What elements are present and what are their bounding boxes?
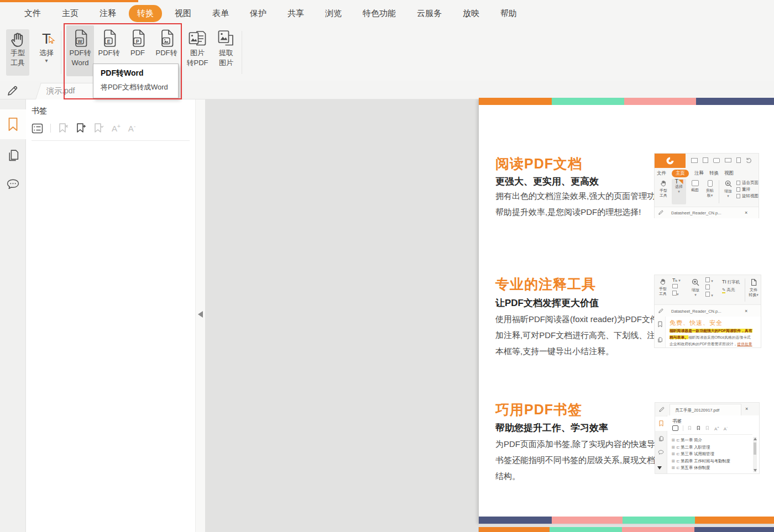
mini-pencil-icon xyxy=(658,406,665,413)
bar-orange xyxy=(695,517,774,524)
cursor-arrow-icon xyxy=(49,36,56,44)
mini-highlight-line2: 档与表单。福昕阅读器采用Office风格的选项卡式 xyxy=(670,335,751,340)
extract-images-button[interactable]: 提取 图片 xyxy=(212,25,240,76)
pdf-to-word-label-2: Word xyxy=(66,58,94,68)
menu-home[interactable]: 主页 xyxy=(51,8,89,19)
svg-text:E: E xyxy=(107,39,111,44)
hand-tool-label-2: 工具 xyxy=(6,58,29,68)
mini-file-convert: 文件 转换▾ xyxy=(747,278,760,297)
svg-text:W: W xyxy=(77,39,82,44)
menu-features[interactable]: 特色功能 xyxy=(352,8,406,19)
pages-icon[interactable] xyxy=(6,148,20,162)
pdf-to-word-tooltip: PDF转Word 将PDF文档转成Word xyxy=(93,64,179,98)
mini-tab-title: Datasheet_Reader_CN.p... xyxy=(671,210,721,215)
bookmark-level-icon[interactable] xyxy=(93,123,104,134)
ribbon-menu: 文件 主页 注释 转换 视图 表单 保护 共享 浏览 特色功能 云服务 放映 帮… xyxy=(0,2,774,24)
toolbar-separator xyxy=(61,31,61,74)
pdf-to-image-icon xyxy=(159,28,174,48)
mini-panel-title: 书签 xyxy=(672,418,682,425)
bar-orange xyxy=(479,527,550,532)
extract-images-label-1: 提取 xyxy=(212,48,240,58)
mini-view-options: 适合页面 重排 旋转视图 xyxy=(736,180,760,198)
pdf-to-word-icon: W xyxy=(72,28,88,48)
section3-body: 为PDF页面添加书签,除了实现内容的快速导航, 书签还能指明不同书签的层级关系,… xyxy=(495,436,666,484)
menu-present[interactable]: 放映 xyxy=(452,8,490,19)
menu-file[interactable]: 文件 xyxy=(14,8,51,19)
mini-bookmark-tab-active xyxy=(655,417,667,431)
miniature-annotation-screenshot: 手型工具 Tb ▾ ▾ 缩放 ▾ ▾ ▾ TI 打字机 ✎ 高亮 xyxy=(654,275,761,348)
menu-form[interactable]: 表单 xyxy=(202,8,239,19)
section1-title: 阅读PDF文档 xyxy=(495,155,582,173)
pdf-to-word-button[interactable]: W PDF转 Word xyxy=(66,25,94,76)
tooltip-title: PDF转Word xyxy=(101,69,144,78)
mini-save-icon xyxy=(703,157,708,163)
mini-hand-tool: 手型工具 xyxy=(656,278,670,296)
mini-document-content: 免费、快速、安全 福昕阅读器是一款功能强大的PDF阅读软件，具有 档与表单。福昕… xyxy=(655,317,761,347)
bookmarks-panel: 书签 A+ A- xyxy=(26,99,195,532)
section3-subtitle: 帮助您提升工作、学习效率 xyxy=(495,422,608,434)
miniature-bookmarks-screenshot: 员工手册_20120917.pdf × 书签 xyxy=(655,402,760,474)
image-to-pdf-icon xyxy=(187,28,207,48)
toolbar-separator xyxy=(242,31,242,74)
mini-separator xyxy=(719,180,719,203)
mini-zoom-tool: 缩放 ▾ xyxy=(689,278,702,297)
panel-collapse-handle[interactable] xyxy=(198,311,203,318)
next-page-top-color-bar xyxy=(478,527,774,532)
mini-menu-home-pill: 主页 xyxy=(672,170,689,177)
mini-bookmark-tree: ⊞ ⊏ 第一章 简介 ⊞ ⊏ 第二章 入职管理 ⊞ ⊏ 第三章 试用期管理 ⊞ … xyxy=(672,437,730,472)
page-bottom-color-bar xyxy=(479,517,774,524)
bookmark-icon xyxy=(6,117,20,132)
pdf-to-excel-icon: E xyxy=(101,28,117,48)
mini-mail-icon xyxy=(725,158,731,162)
mini-typewriter-highlight: TI 打字机 ✎ 高亮 xyxy=(722,280,744,292)
foxit-reader-window: 文件 主页 注释 转换 视图 表单 保护 共享 浏览 特色功能 云服务 放映 帮… xyxy=(0,0,774,532)
image-to-pdf-label-1: 图片 xyxy=(183,48,212,58)
select-tool-label: 选择 xyxy=(34,48,59,58)
select-tool-button[interactable]: T 选择 ▾ xyxy=(34,29,59,76)
section2-subtitle: 让PDF文档发挥更大价值 xyxy=(495,297,599,309)
expand-all-icon[interactable]: A+ xyxy=(112,123,121,133)
mini-tab-title: 员工手册_20120917.pdf xyxy=(675,408,719,413)
collapse-all-icon[interactable]: A- xyxy=(128,123,135,133)
panel-toolbar-separator xyxy=(50,124,51,133)
bar-blue xyxy=(479,517,552,524)
mini-zoom-tool: 缩放 ▾ xyxy=(721,180,735,198)
miniature-reader-screenshot: 文件 主页 注释 转换 视图 手型工具 T◥ 选择 ▾ 截图 xyxy=(654,153,759,218)
menu-cloud[interactable]: 云服务 xyxy=(406,8,452,19)
annotate-pencil-icon[interactable] xyxy=(6,84,19,97)
mini-highlight-line1: 福昕阅读器是一款功能强大的PDF阅读软件，具有 xyxy=(670,328,752,334)
section3-title: 巧用PDF书签 xyxy=(495,401,582,419)
menu-view[interactable]: 视图 xyxy=(164,8,202,19)
image-to-pdf-button[interactable]: 图片 转PDF xyxy=(183,25,212,76)
hand-tool-label-1: 手型 xyxy=(6,48,29,58)
bar-pink xyxy=(624,98,696,105)
mini-tab-close-icon: × xyxy=(745,308,747,314)
mini-clipboard-tool: 剪贴 板▾ xyxy=(703,180,717,198)
mini-undo-icon xyxy=(746,157,752,163)
mini-panel-divider xyxy=(671,434,752,435)
mini-scrollbar xyxy=(753,437,757,472)
delete-bookmark-icon[interactable] xyxy=(58,123,69,134)
bookmark-options-icon[interactable] xyxy=(32,123,43,134)
menu-share[interactable]: 共享 xyxy=(277,8,315,19)
menu-convert-active[interactable]: 转换 xyxy=(129,5,162,22)
hand-tool-button[interactable]: 手型 工具 xyxy=(6,29,29,76)
hand-icon xyxy=(9,31,26,48)
bookmarks-tab-active[interactable] xyxy=(0,109,26,139)
bookmarks-panel-toolbar: A+ A- xyxy=(32,122,135,135)
menu-browse[interactable]: 浏览 xyxy=(315,8,352,19)
add-bookmark-icon[interactable] xyxy=(76,123,86,134)
mini-separator xyxy=(745,278,745,302)
select-dropdown-caret: ▾ xyxy=(34,58,59,64)
comments-icon[interactable] xyxy=(6,178,20,191)
bar-teal xyxy=(552,98,624,105)
mini-snapshot-tool: 截图 xyxy=(688,180,702,192)
menu-help[interactable]: 帮助 xyxy=(490,8,527,19)
menu-comment[interactable]: 注释 xyxy=(89,8,127,19)
mini-sidebar xyxy=(655,317,666,347)
mini-foxit-logo-tile xyxy=(655,154,686,168)
bar-pink xyxy=(552,517,623,524)
menu-protect[interactable]: 保护 xyxy=(239,8,277,19)
bar-pink xyxy=(622,527,695,532)
tooltip-body: 将PDF文档转成Word xyxy=(101,82,168,92)
